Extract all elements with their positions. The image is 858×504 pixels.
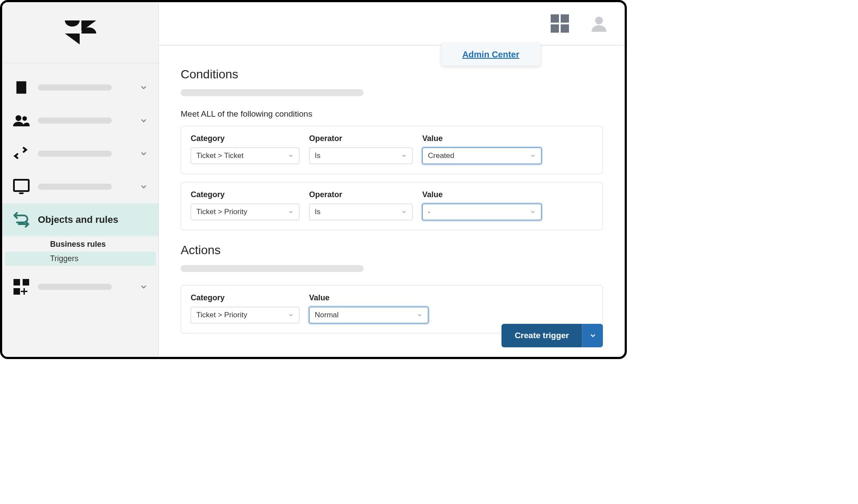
arrows-icon <box>13 145 30 162</box>
dropdown-value: Normal <box>315 311 339 319</box>
chevron-down-icon <box>401 209 407 215</box>
sidebar-item-people[interactable] <box>2 104 158 137</box>
building-icon <box>13 79 30 96</box>
sidebar-item-apps[interactable] <box>2 270 158 303</box>
sidebar-item-label-placeholder <box>38 151 112 157</box>
condition-value-select[interactable]: Created <box>422 148 542 164</box>
avatar-icon[interactable] <box>591 15 607 32</box>
condition-row: Category Ticket > Priority Operator Is V… <box>181 182 603 230</box>
people-icon <box>13 112 30 129</box>
sidebar-item-objects-and-rules[interactable]: Objects and rules <box>2 203 158 236</box>
chevron-down-icon <box>530 209 536 215</box>
field-label-category: Category <box>191 293 299 302</box>
svg-point-1 <box>22 116 27 121</box>
topbar <box>159 2 625 46</box>
sidebar-sublink-triggers[interactable]: Triggers <box>5 252 156 266</box>
chevron-down-icon <box>139 282 148 291</box>
condition-row: Category Ticket > Ticket Operator Is Val… <box>181 126 603 174</box>
field-label-operator: Operator <box>309 190 413 199</box>
apps-plus-icon <box>13 278 30 296</box>
condition-value-select[interactable]: - <box>422 204 542 220</box>
chevron-down-icon <box>288 153 294 159</box>
sidebar-item-label: Objects and rules <box>38 214 148 225</box>
actions-description-placeholder <box>181 265 363 272</box>
conditions-title: Conditions <box>181 67 603 81</box>
sidebar-subheading: Business rules <box>2 236 158 252</box>
svg-rect-4 <box>13 279 20 286</box>
conditions-all-label: Meet ALL of the following conditions <box>181 109 603 119</box>
condition-category-select[interactable]: Ticket > Priority <box>191 204 299 220</box>
sidebar-subitems: Business rules Triggers <box>2 236 158 270</box>
admin-center-pill[interactable]: Admin Center <box>441 44 540 66</box>
apps-grid-icon[interactable] <box>551 14 569 33</box>
footer-actions: Create trigger <box>501 324 603 347</box>
field-label-category: Category <box>191 190 299 199</box>
conditions-description-placeholder <box>181 89 363 96</box>
dropdown-value: Ticket > Priority <box>196 311 247 319</box>
svg-point-0 <box>16 115 21 121</box>
dropdown-value: Ticket > Priority <box>196 208 247 216</box>
nav: Objects and rules Business rules Trigger… <box>2 63 158 303</box>
create-trigger-button[interactable]: Create trigger <box>501 324 582 347</box>
create-trigger-split-button[interactable] <box>582 324 603 347</box>
sidebar: Objects and rules Business rules Trigger… <box>2 2 159 357</box>
dropdown-value: Ticket > Ticket <box>196 151 243 160</box>
field-label-value: Value <box>422 134 542 143</box>
sidebar-item-label-placeholder <box>38 284 112 290</box>
workflow-icon <box>13 211 30 228</box>
main: Admin Center Conditions Meet ALL of the … <box>159 2 625 357</box>
zendesk-logo-icon <box>65 20 96 44</box>
action-category-select[interactable]: Ticket > Priority <box>191 307 299 323</box>
sidebar-item-label-placeholder <box>38 184 112 190</box>
admin-center-link[interactable]: Admin Center <box>462 50 519 59</box>
chevron-down-icon <box>139 116 148 125</box>
condition-category-select[interactable]: Ticket > Ticket <box>191 148 299 164</box>
chevron-down-icon <box>139 83 148 92</box>
monitor-icon <box>13 178 30 195</box>
dropdown-value: Created <box>428 151 454 160</box>
chevron-down-icon <box>288 312 294 318</box>
chevron-down-icon <box>417 312 423 318</box>
chevron-down-icon <box>530 153 536 159</box>
chevron-down-icon <box>139 149 148 158</box>
action-value-select[interactable]: Normal <box>309 307 428 323</box>
sidebar-item-label-placeholder <box>38 118 112 124</box>
chevron-down-icon <box>139 182 148 191</box>
logo-area <box>2 2 158 63</box>
field-label-value: Value <box>422 190 542 199</box>
chevron-down-icon <box>288 209 294 215</box>
svg-point-3 <box>19 192 24 194</box>
chevron-down-icon <box>401 153 407 159</box>
actions-title: Actions <box>181 243 603 257</box>
field-label-value: Value <box>309 293 428 302</box>
svg-rect-5 <box>23 279 29 286</box>
svg-point-7 <box>595 17 603 24</box>
svg-rect-2 <box>14 180 29 191</box>
condition-operator-select[interactable]: Is <box>309 148 413 164</box>
dropdown-value: Is <box>315 208 320 216</box>
field-label-category: Category <box>191 134 299 143</box>
field-label-operator: Operator <box>309 134 413 143</box>
svg-rect-6 <box>13 288 20 295</box>
sidebar-item-label-placeholder <box>38 84 112 91</box>
condition-operator-select[interactable]: Is <box>309 204 413 220</box>
content: Conditions Meet ALL of the following con… <box>159 46 625 357</box>
dropdown-value: Is <box>315 151 320 160</box>
sidebar-item-workspaces[interactable] <box>2 170 158 203</box>
sidebar-item-channels[interactable] <box>2 137 158 170</box>
dropdown-value: - <box>428 208 431 216</box>
sidebar-item-account[interactable] <box>2 71 158 104</box>
